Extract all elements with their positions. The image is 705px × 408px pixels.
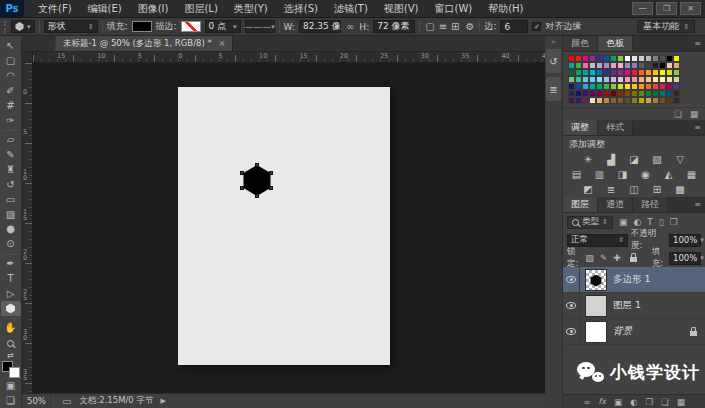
dodge-tool[interactable]: ⊙ bbox=[1, 237, 21, 252]
swatch[interactable] bbox=[624, 83, 631, 90]
swatch[interactable] bbox=[645, 69, 652, 76]
swatch[interactable] bbox=[575, 76, 582, 83]
anchor-point[interactable] bbox=[255, 163, 259, 167]
swatch[interactable] bbox=[638, 90, 645, 97]
delete-swatch-icon[interactable]: ▦ bbox=[690, 109, 698, 119]
eyedropper-tool[interactable]: ✑ bbox=[1, 113, 21, 128]
layer-row[interactable]: 图层 1 bbox=[563, 293, 705, 319]
curves-icon[interactable]: ◪ bbox=[626, 154, 642, 166]
brush-tool[interactable]: ✎ bbox=[1, 148, 21, 163]
swatch[interactable] bbox=[631, 62, 638, 69]
layers-tab[interactable]: 通道 bbox=[598, 197, 633, 212]
zoom-level[interactable]: 50% bbox=[27, 396, 46, 406]
healing-brush-tool[interactable]: ▱ bbox=[1, 133, 21, 148]
menu-item[interactable]: 窗口(W) bbox=[426, 0, 480, 18]
swatch[interactable] bbox=[617, 62, 624, 69]
polygon-shape-tool[interactable] bbox=[1, 301, 21, 316]
swatch[interactable] bbox=[638, 69, 645, 76]
levels-icon[interactable]: ▟ bbox=[603, 154, 619, 166]
swatch[interactable] bbox=[596, 83, 603, 90]
swatch[interactable] bbox=[624, 62, 631, 69]
swatch[interactable] bbox=[568, 83, 575, 90]
swatch[interactable] bbox=[645, 76, 652, 83]
anchor-point[interactable] bbox=[269, 186, 273, 190]
lock-position-icon[interactable]: ✚ bbox=[612, 253, 622, 263]
document-page[interactable] bbox=[178, 87, 390, 365]
shape-height-input[interactable]: 72 像素 bbox=[373, 20, 415, 33]
fill-input[interactable]: 100% ▾ bbox=[669, 252, 701, 265]
menu-item[interactable]: 视图(V) bbox=[376, 0, 427, 18]
add-layer-mask-icon[interactable]: ▣ bbox=[614, 397, 622, 407]
layer-thumbnail[interactable] bbox=[585, 321, 607, 343]
swatch[interactable] bbox=[589, 55, 596, 62]
move-tool[interactable]: ↖ bbox=[1, 39, 21, 54]
swatch[interactable] bbox=[568, 97, 575, 104]
swatch[interactable] bbox=[624, 69, 631, 76]
document-tab[interactable]: 未标题-1 @ 50% (多边形 1, RGB/8) * × bbox=[56, 36, 233, 51]
menu-item[interactable]: 帮助(H) bbox=[480, 0, 531, 18]
swatches-tab[interactable]: 色板 bbox=[598, 36, 633, 51]
maximize-button[interactable]: ❐ bbox=[656, 2, 677, 15]
blur-tool[interactable]: ● bbox=[1, 222, 21, 237]
swatch[interactable] bbox=[652, 55, 659, 62]
swatch[interactable] bbox=[631, 90, 638, 97]
tab-close-icon[interactable]: × bbox=[219, 39, 226, 48]
clone-stamp-tool[interactable]: ♜ bbox=[1, 163, 21, 178]
swatch[interactable] bbox=[659, 76, 666, 83]
opacity-input[interactable]: 100% ▾ bbox=[669, 234, 701, 247]
swatch[interactable] bbox=[568, 69, 575, 76]
swatch[interactable] bbox=[673, 90, 680, 97]
swatch[interactable] bbox=[624, 90, 631, 97]
swatch[interactable] bbox=[617, 83, 624, 90]
lock-all-icon[interactable] bbox=[630, 257, 637, 262]
adjustments-tab[interactable]: 样式 bbox=[598, 120, 633, 135]
history-brush-tool[interactable]: ↺ bbox=[1, 177, 21, 192]
swatch[interactable] bbox=[666, 83, 673, 90]
swatch[interactable] bbox=[575, 55, 582, 62]
swatch[interactable] bbox=[589, 76, 596, 83]
zoom-tool[interactable] bbox=[1, 336, 21, 351]
swatch[interactable] bbox=[631, 76, 638, 83]
swatch[interactable] bbox=[638, 83, 645, 90]
panel-menu-icon[interactable]: ≡ bbox=[690, 200, 705, 209]
swatch[interactable] bbox=[631, 97, 638, 104]
swatch[interactable] bbox=[666, 76, 673, 83]
anchor-point[interactable] bbox=[269, 171, 273, 175]
tool-preset-picker[interactable]: ▾ bbox=[11, 20, 35, 33]
swatch[interactable] bbox=[617, 97, 624, 104]
swatch[interactable] bbox=[603, 69, 610, 76]
quick-mask-icon[interactable]: ▣ bbox=[1, 378, 21, 393]
swatch[interactable] bbox=[610, 69, 617, 76]
eraser-tool[interactable]: ▭ bbox=[1, 192, 21, 207]
menu-item[interactable]: 类型(Y) bbox=[226, 0, 276, 18]
swatch[interactable] bbox=[652, 83, 659, 90]
swatch[interactable] bbox=[596, 97, 603, 104]
shape-width-input[interactable]: 82.35 像 bbox=[299, 20, 341, 33]
swatch[interactable] bbox=[610, 55, 617, 62]
anchor-point[interactable] bbox=[240, 186, 244, 190]
swatch[interactable] bbox=[638, 62, 645, 69]
swatch[interactable] bbox=[596, 55, 603, 62]
gear-icon[interactable]: ⚙ bbox=[464, 21, 475, 32]
photo-filter-icon[interactable]: ◉ bbox=[638, 169, 654, 181]
swatch[interactable] bbox=[617, 55, 624, 62]
anchor-point[interactable] bbox=[255, 194, 259, 198]
swatch[interactable] bbox=[645, 97, 652, 104]
swatch[interactable] bbox=[645, 55, 652, 62]
expand-panels-icon[interactable]: « bbox=[551, 38, 555, 46]
combine-shapes-icon[interactable]: ▢ bbox=[424, 21, 435, 32]
quick-selection-tool[interactable]: ✐ bbox=[1, 83, 21, 98]
stroke-color-swatch[interactable] bbox=[181, 21, 201, 32]
swatch[interactable] bbox=[582, 55, 589, 62]
swatch[interactable] bbox=[610, 62, 617, 69]
stroke-width-field[interactable]: 0 点 ▾ bbox=[205, 20, 241, 33]
workspace-switcher[interactable]: 基本功能 ⇕ bbox=[637, 20, 695, 33]
background-color-swatch[interactable] bbox=[9, 367, 20, 378]
swatch[interactable] bbox=[582, 76, 589, 83]
black-white-icon[interactable]: ◨ bbox=[615, 169, 631, 181]
new-adjustment-layer-icon[interactable]: ◐ bbox=[630, 397, 637, 407]
swatch[interactable] bbox=[631, 83, 638, 90]
type-tool[interactable]: T bbox=[1, 271, 21, 286]
align-edges-checkbox[interactable]: ✓ bbox=[532, 22, 541, 31]
swatch[interactable] bbox=[603, 76, 610, 83]
